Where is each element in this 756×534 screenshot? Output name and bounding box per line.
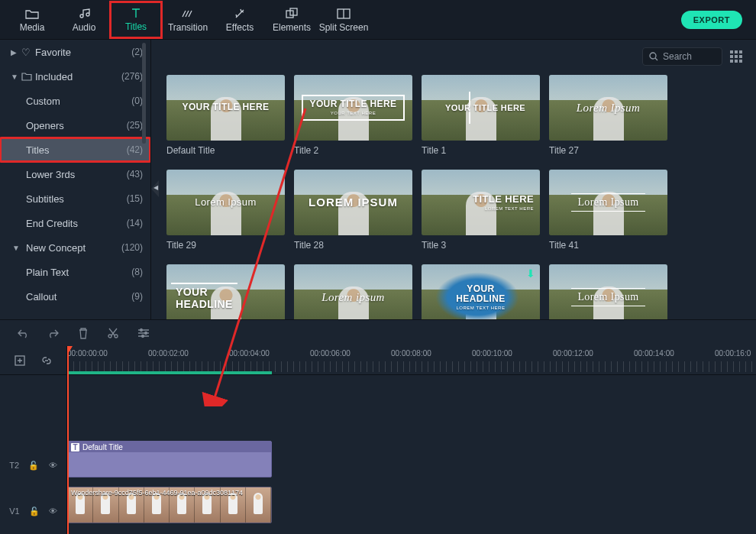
eye-icon[interactable]: 👁 <box>49 461 57 470</box>
tab-transition[interactable]: Transition <box>162 2 214 38</box>
thumb-caption: Default Title <box>166 145 285 156</box>
redo-icon[interactable] <box>47 328 60 338</box>
work-area <box>67 371 272 374</box>
folder-icon <box>25 7 39 21</box>
thumb-caption: Title 29 <box>166 240 285 251</box>
content-panel: Search YOUR TITLE HEREDefault TitleYOUR … <box>151 40 756 319</box>
title-preset[interactable]: YOUR TITLE HERETitle 1 <box>422 75 540 156</box>
title-preset[interactable]: LOREM IPSUMTitle 28 <box>294 170 412 251</box>
timeline-ruler[interactable]: 00:00:00:0000:00:02:0000:00:04:0000:00:0… <box>67 346 756 375</box>
adjust-icon[interactable] <box>137 328 150 338</box>
ruler-mark: 00:00:08:00 <box>391 349 431 358</box>
chevron-right-icon: ▶ <box>11 48 21 57</box>
gridview-icon[interactable] <box>730 50 742 63</box>
svg-point-6 <box>141 329 143 332</box>
sidebar-item-endcredits[interactable]: End Credits(14) <box>0 211 150 235</box>
title-clip[interactable]: TDefault Title <box>67 441 272 477</box>
tab-elements[interactable]: Elements <box>266 2 318 38</box>
track-id: T2 <box>9 461 19 470</box>
sidebar-included[interactable]: ▼ Included (276) <box>0 64 150 89</box>
tab-label: Transition <box>168 22 208 33</box>
lock-icon[interactable]: 🔓 <box>29 506 40 516</box>
title-preset[interactable]: ⬇YOURHEADLINELOREM TEXT HERE <box>422 264 540 319</box>
title-preset[interactable]: Lorem IpsumTitle 27 <box>549 75 667 156</box>
main-area: ▶ ♡ Favorite (2) ▼ Included (276) Custom… <box>0 40 756 319</box>
thumb-overlay: Lorem ipsum <box>317 290 389 306</box>
tab-splitscreen[interactable]: Split Screen <box>318 2 370 38</box>
cut-icon[interactable] <box>107 327 119 339</box>
video-clip[interactable]: Wondershare-9ccd75f5-6eb1-4469-91ea-a09d… <box>67 487 272 523</box>
download-icon[interactable]: ⬇ <box>526 267 535 280</box>
sidebar-item-callout[interactable]: Callout(9) <box>0 284 150 309</box>
sidebar-item-custom[interactable]: Custom(0) <box>0 89 150 113</box>
thumb-overlay: Lorem Ipsum <box>572 100 645 116</box>
title-preset[interactable]: TITLE HERELOREM TEXT HERETitle 3 <box>422 170 540 251</box>
svg-point-4 <box>108 335 111 338</box>
thumb-overlay: YOURHEADLINE <box>171 283 237 312</box>
tab-effects[interactable]: Effects <box>214 2 266 38</box>
sidebar-item-plaintext[interactable]: Plain Text(8) <box>0 260 150 284</box>
eye-icon[interactable]: 👁 <box>49 506 57 516</box>
top-tab-bar: Media Audio Titles Transition Effects El… <box>0 0 756 40</box>
sidebar-item-newconcept[interactable]: ▼New Concept(120) <box>0 235 150 260</box>
undo-icon[interactable] <box>17 328 29 338</box>
thumb-overlay: Lorem Ipsum <box>190 196 260 209</box>
ruler-mark: 00:00:06:00 <box>310 349 351 358</box>
thumb-caption: Title 28 <box>294 240 412 251</box>
elements-icon <box>286 7 298 21</box>
ruler-mark: 00:00:12:00 <box>553 349 593 358</box>
thumb-overlay: YOURHEADLINELOREM TEXT HERE <box>451 283 510 312</box>
export-button[interactable]: EXPORT <box>681 11 742 29</box>
thumbnail-grid: YOUR TITLE HEREDefault TitleYOUR TITLE H… <box>166 75 742 319</box>
link-icon[interactable] <box>40 354 53 367</box>
tab-audio[interactable]: Audio <box>58 2 110 38</box>
sidebar-item-lower3rds[interactable]: Lower 3rds(43) <box>0 162 150 186</box>
sidebar-label: Favorite <box>35 47 131 58</box>
title-preset[interactable]: YOUR TITLE HEREDefault Title <box>166 75 285 156</box>
thumb-overlay: YOUR TITLE HERE <box>177 101 273 114</box>
effects-icon <box>234 7 246 21</box>
sidebar-label: Included <box>35 71 121 83</box>
search-icon <box>649 52 658 61</box>
thumb-overlay: TITLE HERELOREM TEXT HERE <box>468 193 540 213</box>
tab-titles[interactable]: Titles <box>110 2 162 38</box>
track-header-video: V1 🔓 👁 <box>0 488 66 534</box>
playhead[interactable] <box>67 346 69 534</box>
timeline-track-headers: T2 🔓 👁 V1 🔓 👁 <box>0 346 67 534</box>
video-track[interactable]: Wondershare-9ccd75f5-6eb1-4469-91ea-a09d… <box>67 484 756 529</box>
title-preset[interactable]: Lorem IpsumTitle 41 <box>549 170 667 251</box>
trash-icon[interactable] <box>78 327 89 339</box>
add-marker-icon[interactable] <box>14 354 26 367</box>
lock-icon[interactable]: 🔓 <box>28 461 39 471</box>
track-id: V1 <box>9 506 19 516</box>
timeline-toolbar <box>0 320 756 346</box>
title-track[interactable]: TDefault Title <box>67 438 756 484</box>
sidebar-favorite[interactable]: ▶ ♡ Favorite (2) <box>0 40 150 64</box>
svg-point-8 <box>142 335 144 338</box>
thumb-overlay: Lorem Ipsum <box>571 288 645 306</box>
title-preset[interactable]: YOURHEADLINE <box>166 264 285 319</box>
titles-icon <box>130 6 142 20</box>
ruler-mark: 00:00:10:00 <box>472 349 512 358</box>
tab-label: Media <box>20 22 45 33</box>
tab-media[interactable]: Media <box>6 2 58 38</box>
svg-point-3 <box>650 53 656 59</box>
sidebar-count: (2) <box>131 47 143 57</box>
title-preset[interactable]: Lorem IpsumTitle 29 <box>166 170 285 251</box>
sidebar-item-openers[interactable]: Openers(25) <box>0 113 150 138</box>
thumb-overlay: YOUR TITLE HEREYOUR TEXT HERE <box>302 95 404 121</box>
title-preset[interactable]: YOUR TITLE HEREYOUR TEXT HERETitle 2 <box>294 75 412 156</box>
title-preset[interactable]: Lorem ipsum <box>294 264 412 319</box>
sidebar-item-subtitles[interactable]: Subtitles(15) <box>0 186 150 211</box>
svg-point-5 <box>115 335 118 338</box>
timeline-tracks[interactable]: 00:00:00:0000:00:02:0000:00:04:0000:00:0… <box>67 346 756 534</box>
ruler-mark: 00:00:04:00 <box>229 349 270 358</box>
thumb-overlay: LOREM IPSUM <box>304 195 402 211</box>
sidebar-item-titles[interactable]: Titles(42) <box>0 138 150 162</box>
search-input[interactable]: Search <box>642 47 722 66</box>
sidebar-scrollbar[interactable] <box>142 43 146 144</box>
sidebar-count: (276) <box>121 71 143 82</box>
title-preset[interactable]: Lorem Ipsum <box>549 264 667 319</box>
thumb-overlay: YOUR TITLE HERE <box>431 102 530 114</box>
thumb-overlay: Lorem Ipsum <box>571 193 645 211</box>
